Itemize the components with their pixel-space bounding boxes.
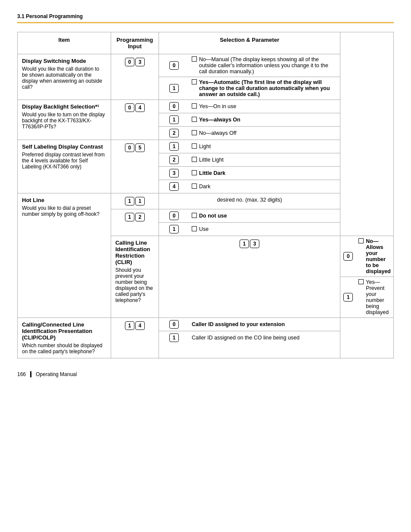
sel-row: 3Little Dark xyxy=(159,167,340,180)
sel-text: Yes—Automatic (The first line of the dis… xyxy=(199,79,337,97)
main-table: Item Programming Input Selection & Param… xyxy=(17,32,394,358)
key-badge: 3 xyxy=(169,169,179,177)
item-title: Display Backlight Selection*¹ xyxy=(22,103,106,110)
sel-content: Yes—Automatic (The first line of the dis… xyxy=(192,79,337,97)
col-header-item: Item xyxy=(18,32,111,54)
sel-desc-cell: No—always Off xyxy=(189,127,340,140)
checkbox-icon xyxy=(192,79,197,84)
sel-content: No—Manual (The display keeps showing all… xyxy=(192,56,337,75)
sel-text: Little Dark xyxy=(199,170,225,176)
sel-row: 1Yes—Automatic (The first line of the di… xyxy=(159,77,340,100)
key-badge: 0 xyxy=(169,212,179,220)
footer: 166 Operating Manual xyxy=(17,371,394,377)
table-row: Display Switching ModeWould you like the… xyxy=(18,54,394,100)
sel-row: 0Yes—On in use xyxy=(159,100,340,113)
sel-text: Light xyxy=(199,143,211,149)
sel-content: Yes—Prevent your number being displayed xyxy=(358,279,391,315)
sel-row: 0Caller ID assigned to your extension xyxy=(159,318,340,331)
sel-content: Caller ID assigned on the CO line being … xyxy=(192,335,337,341)
sel-inner-table: 0Yes—On in use1Yes—always On2No—always O… xyxy=(159,100,340,140)
item-cell: Calling/Connected Line Identification Pr… xyxy=(18,318,111,358)
key-badge: 1 xyxy=(125,197,134,205)
sel-key-cell: 0 xyxy=(159,318,189,331)
prog-cell: 05 xyxy=(111,140,159,193)
sel-cell: 0No—Allows your number to be displayed1Y… xyxy=(340,236,394,318)
sel-key-cell: 1 xyxy=(159,113,189,127)
sel-content: Light xyxy=(192,143,337,149)
table-row: Hot LineWould you like to dial a preset … xyxy=(18,193,394,209)
key-group: 14 xyxy=(115,321,154,330)
sel-desc-cell: Little Dark xyxy=(189,167,340,180)
sel-row: 4Dark xyxy=(159,180,340,193)
sel-inner-table: 0Caller ID assigned to your extension1Ca… xyxy=(159,318,340,344)
sel-content: Yes—On in use xyxy=(192,103,337,109)
checkbox-icon xyxy=(358,279,364,284)
key-badge: 3 xyxy=(250,240,259,248)
item-desc: Would you like to turn on the display ba… xyxy=(22,112,106,130)
sel-text: Dark xyxy=(199,184,210,190)
sel-key-cell: 0 xyxy=(340,236,356,277)
key-badge: 1 xyxy=(135,197,145,205)
checkbox-icon xyxy=(192,226,197,231)
key-badge: 0 xyxy=(125,143,134,152)
sel-key-cell: 2 xyxy=(159,153,189,167)
checkbox-icon xyxy=(192,170,197,175)
checkbox-icon xyxy=(192,213,197,218)
key-badge: 0 xyxy=(169,61,179,70)
checkbox-icon xyxy=(192,117,197,122)
key-badge: 1 xyxy=(169,84,179,93)
sel-desc-cell: Do not use xyxy=(189,209,340,223)
sel-desc-cell: Little Light xyxy=(189,153,340,167)
sel-row: 1Yes—always On xyxy=(159,113,340,127)
col-header-prog: Programming Input xyxy=(111,32,159,54)
table-row: Display Backlight Selection*¹Would you l… xyxy=(18,100,394,140)
sel-key-cell: 0 xyxy=(159,54,189,77)
sel-text: No—Manual (The display keeps showing all… xyxy=(199,56,337,75)
sel-key-cell: 0 xyxy=(159,209,189,223)
sel-desc-cell: Light xyxy=(189,140,340,153)
key-badge: 1 xyxy=(240,240,249,248)
key-badge: 0 xyxy=(125,58,134,66)
prog-cell: 04 xyxy=(111,100,159,140)
key-badge: 1 xyxy=(343,293,353,302)
sel-row: 1Use xyxy=(159,223,340,236)
sel-row: 0Do not use xyxy=(159,209,340,223)
item-cell: Hot LineWould you like to dial a preset … xyxy=(18,193,111,318)
key-badge: 0 xyxy=(169,102,179,111)
sel-row: 0No—Allows your number to be displayed xyxy=(340,236,393,277)
prog-cell: 14 xyxy=(111,318,159,358)
sel-desc-cell: Dark xyxy=(189,180,340,193)
sel-text: Do not use xyxy=(199,213,227,219)
sel-desc-cell: Yes—Automatic (The first line of the dis… xyxy=(189,77,340,100)
sel-key-cell: 1 xyxy=(159,223,189,236)
key-group: 04 xyxy=(115,103,154,112)
sel-cell: 0No—Manual (The display keeps showing al… xyxy=(159,54,340,100)
prog-cell: 13 xyxy=(159,236,340,318)
key-badge: 0 xyxy=(343,252,353,261)
key-group: 13 xyxy=(163,240,336,248)
key-badge: 5 xyxy=(135,143,145,152)
prog-cell: 11 xyxy=(111,193,159,209)
sel-cell: 0Caller ID assigned to your extension1Ca… xyxy=(159,318,340,358)
sel-text: Yes—On in use xyxy=(199,103,236,109)
table-header-row: Item Programming Input Selection & Param… xyxy=(18,32,394,54)
sel-content: Little Dark xyxy=(192,170,337,176)
sel-content: Dark xyxy=(192,184,337,190)
sel-key-cell: 2 xyxy=(159,127,189,140)
sel-desc-cell: Caller ID assigned on the CO line being … xyxy=(189,331,340,345)
item-desc: Would you like to dial a preset number s… xyxy=(22,205,106,217)
footer-page-number: 166 xyxy=(17,371,26,377)
sel-text: No—always Off xyxy=(199,130,237,136)
sel-desc-cell: Yes—On in use xyxy=(189,100,340,113)
sel-text: Little Light xyxy=(199,157,224,163)
page-container: 3.1 Personal Programming Item Programmin… xyxy=(0,0,411,532)
prog-cell: 03 xyxy=(111,54,159,100)
sel-key-cell: 1 xyxy=(159,140,189,153)
item-cell: Display Switching ModeWould you like the… xyxy=(18,54,111,100)
sel-key-cell: 1 xyxy=(159,77,189,100)
sel-content: Caller ID assigned to your extension xyxy=(192,321,337,327)
col-header-sel: Selection & Parameter xyxy=(159,32,340,54)
sel-key-cell: 4 xyxy=(159,180,189,193)
key-badge: 0 xyxy=(169,320,179,329)
sel-text: Yes—always On xyxy=(199,117,240,123)
